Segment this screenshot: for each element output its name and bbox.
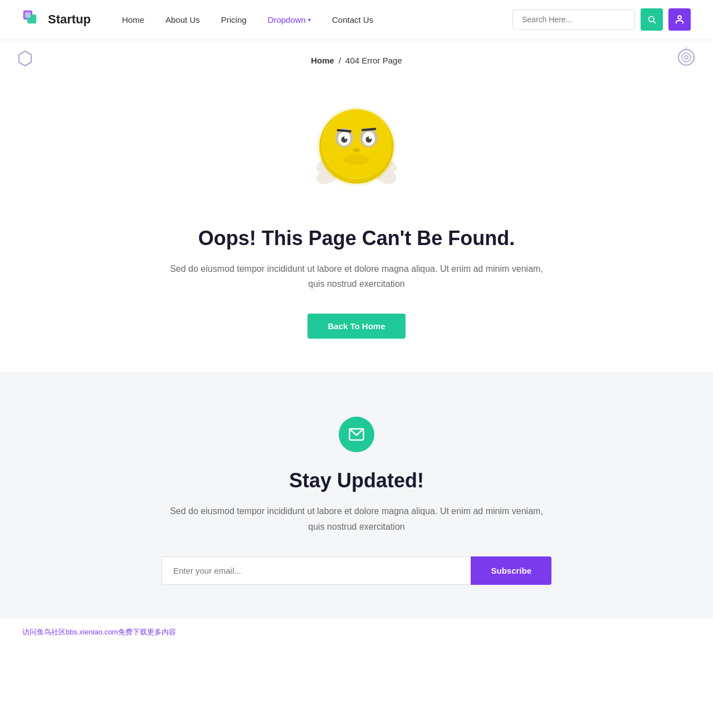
- newsletter-description: Sed do eiusmod tempor incididunt ut labo…: [167, 504, 546, 534]
- brand-icon: [22, 9, 42, 30]
- breadcrumb-section: Home / 404 Error Page: [0, 39, 713, 76]
- svg-rect-2: [25, 12, 31, 18]
- nav-links: Home About Us Pricing Dropdown ▾ Contact…: [113, 11, 512, 29]
- search-area: [512, 8, 691, 31]
- nav-home[interactable]: Home: [113, 11, 153, 29]
- svg-point-8: [682, 53, 691, 62]
- error-title: Oops! This Page Can't Be Found.: [198, 227, 515, 250]
- subscribe-button[interactable]: Subscribe: [471, 556, 551, 585]
- error-description: Sed do eiusmod tempor incididunt ut labo…: [167, 261, 546, 291]
- nav-about[interactable]: About Us: [157, 11, 209, 29]
- newsletter-title: Stay Updated!: [22, 469, 691, 492]
- brand-logo[interactable]: Startup: [22, 9, 91, 30]
- chevron-down-icon: ▾: [308, 17, 311, 23]
- search-input-wrap: [512, 9, 635, 30]
- nav-dropdown[interactable]: Dropdown ▾: [259, 11, 320, 29]
- newsletter-section: Stay Updated! Sed do eiusmod tempor inci…: [0, 372, 713, 618]
- breadcrumb: Home / 404 Error Page: [0, 56, 713, 65]
- email-input[interactable]: [162, 556, 471, 585]
- watermark-text: 访问鱼鸟社区bbs.xieniao.com免费下载更多内容: [22, 628, 176, 636]
- subscribe-form: Subscribe: [162, 556, 551, 585]
- svg-marker-6: [19, 51, 31, 66]
- spiral-decoration: [676, 47, 696, 67]
- mail-icon-wrap: [339, 417, 374, 452]
- mail-icon: [348, 426, 365, 443]
- svg-point-7: [678, 50, 694, 65]
- hex-decoration: [17, 50, 33, 67]
- search-input[interactable]: [512, 9, 635, 30]
- svg-line-4: [653, 21, 656, 23]
- svg-point-9: [685, 56, 688, 59]
- error-section: Oops! This Page Can't Be Found. Sed do e…: [0, 76, 713, 372]
- user-button[interactable]: [668, 8, 691, 31]
- error-illustration: [279, 87, 434, 210]
- svg-point-30: [369, 136, 372, 139]
- search-icon: [647, 15, 656, 24]
- svg-point-29: [344, 136, 347, 139]
- nav-pricing[interactable]: Pricing: [212, 11, 256, 29]
- back-to-home-button[interactable]: Back To Home: [307, 314, 405, 339]
- navbar: Startup Home About Us Pricing Dropdown ▾…: [0, 0, 713, 39]
- breadcrumb-current: 404 Error Page: [345, 56, 402, 65]
- nav-contact[interactable]: Contact Us: [323, 11, 382, 29]
- watermark: 访问鱼鸟社区bbs.xieniao.com免费下载更多内容: [0, 618, 713, 646]
- search-button[interactable]: [641, 8, 663, 31]
- svg-point-5: [678, 16, 681, 19]
- breadcrumb-home[interactable]: Home: [311, 56, 334, 65]
- brand-name: Startup: [48, 12, 91, 27]
- svg-point-34: [353, 148, 360, 152]
- svg-point-22: [323, 110, 391, 179]
- svg-point-33: [343, 154, 369, 165]
- user-icon: [675, 14, 685, 25]
- breadcrumb-separator: /: [339, 56, 341, 65]
